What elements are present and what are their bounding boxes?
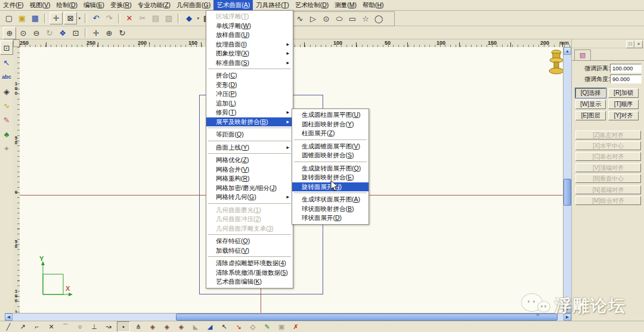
crosshair-tool-icon[interactable]: ✛ [49,12,63,24]
menu-item[interactable]: 等距面(Q) [206,130,293,139]
plane-edit-icon[interactable]: ◇ [247,322,259,331]
panel-tab[interactable]: ▧ [574,49,591,61]
menu-draw[interactable]: 绘制(D) [53,0,80,10]
vertical-scroll-thumb[interactable] [564,179,571,206]
horizontal-scroll-thumb[interactable] [176,314,558,321]
menu-item[interactable]: 曲面上线(Y) [206,143,293,153]
zoom-previous-icon[interactable]: ↻ [44,27,55,39]
star-tool-icon[interactable]: ☆ [360,13,371,24]
polygon-tool-icon[interactable]: ▷ [307,13,319,24]
menu-art-surface[interactable]: 艺术曲面(A) [213,0,253,10]
menu-transform[interactable]: 变换(R) [107,0,135,10]
grid-toggle-icon[interactable]: ▣ [275,322,287,331]
menu-item[interactable]: 艺术曲面编辑(K) [206,277,293,287]
circle-tool-icon[interactable]: ◯ [373,13,385,24]
menu-item[interactable]: 区域浮雕(T) [206,12,293,21]
scroll-right-arrow[interactable]: ▶ [564,314,571,321]
rectangle-tool-icon[interactable]: ▭ [346,13,358,24]
submenu-item[interactable]: 圆柱面映射拼合(Y) [292,120,369,129]
text-tool-icon[interactable]: abc [1,70,13,83]
snap-node-icon[interactable]: ↗ [17,322,29,331]
zoom-actual-icon[interactable]: ⊙ [17,27,29,39]
align-bottom-button[interactable]: [N]底端对齐 [575,185,641,194]
restore-window-icon[interactable]: □ [626,41,634,48]
lock-button[interactable]: [R]加锁 [608,88,639,98]
order-button[interactable]: [T]顺序 [608,100,639,109]
submenu-item[interactable]: 生成球状面展开图(A) [292,195,369,204]
submenu-item[interactable]: 球状面展开(D) [292,213,369,223]
menu-help[interactable]: 帮助(H) [360,0,387,10]
snap-intersection-icon[interactable]: ✕ [45,322,57,331]
align-vcenter-button[interactable]: [B]垂直中心 [575,174,641,183]
menu-item[interactable]: 变形(D) [206,80,293,90]
menu-art-draw[interactable]: 艺术绘制(D) [292,0,332,10]
zoom-in-icon[interactable]: ⊕ [3,27,16,39]
gold-ornament-object[interactable] [547,49,563,76]
submenu-item[interactable]: 生成圆锥面展平图(V) [292,142,369,151]
pick-delete-icon[interactable]: ↘ [233,322,244,331]
layer-button[interactable]: [E]图层 [575,111,606,120]
display-button[interactable]: [W]显示 [575,100,606,109]
redo-icon[interactable]: ↷ [103,13,115,24]
align-left-button[interactable]: [Z]靠左对齐 [575,131,641,139]
snap-arc-icon[interactable]: ⌒ [60,322,72,331]
new-file-icon[interactable]: ▢ [3,13,15,24]
toolbar-separator[interactable] [118,14,120,23]
menu-geometric-surface[interactable]: 几何曲面(G) [174,0,213,10]
menu-item[interactable]: 拼合(C) [206,71,293,80]
menu-item[interactable]: 网格合并(V) [206,165,293,175]
menu-edit[interactable]: 编辑(E) [80,0,107,10]
transform-tool-icon[interactable]: ◈ [1,85,13,98]
undo-icon[interactable]: ↶ [90,13,102,24]
toolbar-separator[interactable] [85,28,87,38]
scroll-left-arrow[interactable]: ◀ [5,314,13,321]
grid-plane-zx-icon[interactable]: ◈ [175,322,187,331]
center-circle-tool-icon[interactable]: ⊙ [320,13,332,24]
menu-item[interactable]: 追加(L) [206,99,293,108]
menu-file[interactable]: 文件(F) [0,0,26,10]
zoom-out-icon[interactable]: ⊖ [30,27,42,39]
vertical-scrollbar[interactable]: ▲ ▼ [563,47,571,313]
menu-item[interactable]: 加载特征(V) [206,246,293,256]
grid-plane-yz-icon[interactable]: ◈ [161,322,173,331]
menu-pro-functions[interactable]: 专业功能(Z) [135,0,174,10]
align-group-button[interactable]: [M]组合对齐 [575,196,641,205]
menu-item[interactable]: 网格重构(R) [206,174,293,184]
delete-icon[interactable]: ✕ [123,13,135,24]
virtual-sculpt-tool-icon[interactable]: ♣ [1,128,13,141]
menu-item[interactable]: 单线浮雕(W) [206,21,293,31]
display-mode-icon[interactable]: ⊠ [64,12,77,24]
menu-item[interactable]: 放样曲面(U) [206,30,293,40]
select-button[interactable]: [Q]选择 [575,88,606,98]
scroll-up-arrow[interactable]: ▲ [564,47,571,55]
menu-item[interactable]: 几何曲面冲压(2) [206,215,293,224]
align-button[interactable]: [Y]对齐 [608,111,639,120]
view-3d-icon[interactable]: ◆ [183,13,195,24]
submenu-item[interactable]: 生成圆柱面展平图(U) [292,110,369,120]
spline-tool-icon[interactable]: ∿ [1,99,13,112]
submenu-item[interactable]: 柱面展开(Z) [292,129,369,138]
feature-tool-icon[interactable]: ✦ [1,142,13,155]
sketch-edit-icon[interactable]: ✎ [261,322,273,331]
menu-item[interactable]: 网格优化(Z) [206,156,293,165]
toolbar-separator[interactable] [44,14,47,23]
menu-item[interactable]: 清除系统撤消/重做数据(5) [206,268,293,278]
menu-item[interactable]: 图象纹理(X) [206,49,293,58]
move-view-icon[interactable]: ✛ [90,27,102,39]
align-top-button[interactable]: [V]顶端对齐 [575,163,641,172]
numeric-input[interactable]: 90.000 [610,75,642,83]
toolbar-separator[interactable] [178,14,180,23]
node-edit-tool-icon[interactable]: ↖ [1,56,13,69]
align-hcenter-button[interactable]: [X]水平中心 [575,141,641,150]
scroll-down-arrow[interactable]: ▼ [564,305,571,313]
toolbar-separator[interactable] [85,14,87,23]
curve-tool-icon[interactable]: ∿ [294,13,306,24]
zoom-window-icon[interactable]: ⊡ [70,27,82,39]
snap-line-icon[interactable]: ╱ [2,322,14,331]
save-file-icon[interactable]: ▦ [29,13,41,24]
menu-item[interactable]: 网格转几何(G) [206,193,293,202]
close-window-icon[interactable]: × [634,41,643,48]
refresh-view-icon[interactable]: ↻ [116,27,128,39]
snap-corner-icon[interactable]: ⌐ [31,322,43,331]
cut-icon[interactable]: ✂ [137,13,148,24]
